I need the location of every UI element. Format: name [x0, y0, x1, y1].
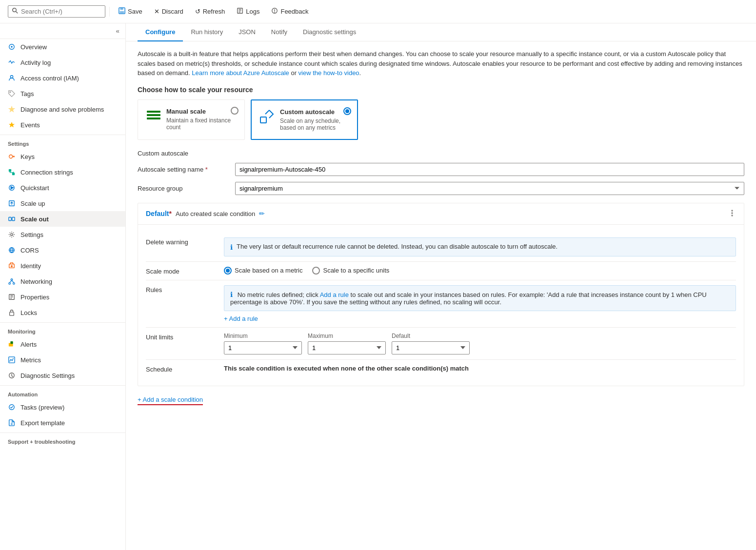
sidebar-item-keys[interactable]: Keys — [0, 149, 125, 164]
sidebar-item-locks[interactable]: Locks — [0, 305, 125, 320]
delete-warning-box: ℹ The very last or default recurrence ru… — [224, 237, 736, 256]
settings-icon — [8, 231, 16, 238]
learn-more-link[interactable]: Learn more about Azure Autoscale — [192, 69, 289, 77]
diagnose-icon — [8, 105, 16, 113]
minimum-select[interactable]: 1 — [224, 341, 302, 354]
tab-configure[interactable]: Configure — [138, 23, 183, 41]
default-limit-label: Default — [392, 333, 470, 339]
how-to-video-link[interactable]: view the how-to video — [298, 69, 359, 77]
unit-limits-group: Minimum 1 Maximum 1 — [224, 333, 736, 354]
autoscale-name-label: Autoscale setting name * — [138, 166, 235, 173]
sidebar-item-iam[interactable]: Access control (IAM) — [0, 70, 125, 86]
custom-autoscale-radio[interactable] — [343, 107, 351, 115]
sidebar-item-networking[interactable]: Networking — [0, 274, 125, 289]
collapse-sidebar-button[interactable]: « — [114, 25, 121, 37]
sidebar-item-tags[interactable]: Tags — [0, 86, 125, 101]
search-icon — [12, 8, 18, 15]
svg-rect-45 — [147, 118, 160, 119]
sidebar-item-label: Scale out — [20, 216, 49, 223]
unit-limits-label: Unit limits — [146, 333, 224, 341]
add-rule-link[interactable]: + Add a rule — [224, 315, 258, 322]
choose-scale-title: Choose how to scale your resource — [138, 86, 744, 94]
scale-metric-radio-circle[interactable] — [224, 267, 232, 275]
diagnostic-icon — [8, 372, 16, 379]
refresh-icon: ↺ — [195, 8, 200, 15]
logs-button[interactable]: Logs — [232, 5, 264, 18]
sidebar-item-quickstart[interactable]: Quickstart — [0, 180, 125, 196]
sidebar-item-activity-log[interactable]: Activity log — [0, 55, 125, 70]
search-box[interactable] — [8, 5, 105, 18]
events-icon — [8, 121, 16, 129]
sidebar-item-connection-strings[interactable]: Connection strings — [0, 164, 125, 180]
add-rule-link-inline[interactable]: Add a rule — [320, 291, 349, 298]
sidebar-item-diagnose[interactable]: Diagnose and solve problems — [0, 101, 125, 117]
scale-units-label: Scale to a specific units — [323, 267, 389, 274]
schedule-row: Schedule This scale condition is execute… — [146, 360, 736, 378]
scale-mode-content: Scale based on a metric Scale to a speci… — [224, 267, 736, 275]
svg-rect-44 — [147, 114, 160, 116]
description-text: Autoscale is a built-in feature that hel… — [138, 49, 744, 78]
svg-point-12 — [10, 76, 13, 78]
sidebar-item-label: Networking — [20, 278, 52, 285]
sidebar-item-label: Scale up — [20, 200, 45, 207]
default-item: Default 1 — [392, 333, 470, 354]
save-button[interactable]: Save — [114, 5, 147, 18]
sidebar-item-settings[interactable]: Settings — [0, 227, 125, 242]
condition-menu-icon[interactable] — [728, 209, 736, 218]
feedback-button[interactable]: Feedback — [266, 5, 313, 18]
cors-icon — [8, 246, 16, 254]
sidebar-item-tasks[interactable]: Tasks (preview) — [0, 399, 125, 415]
sidebar-item-properties[interactable]: Properties — [0, 289, 125, 305]
scale-metric-radio[interactable]: Scale based on a metric — [224, 267, 302, 275]
alerts-icon — [8, 340, 16, 348]
scale-units-radio-circle[interactable] — [312, 267, 320, 275]
sidebar-item-label: Quickstart — [20, 184, 49, 192]
svg-point-47 — [732, 210, 733, 211]
svg-point-14 — [9, 155, 13, 158]
sidebar-item-diagnostic-settings[interactable]: Diagnostic Settings — [0, 368, 125, 383]
minimum-item: Minimum 1 — [224, 333, 302, 354]
sidebar-item-overview[interactable]: Overview — [0, 39, 125, 55]
sidebar-item-cors[interactable]: CORS — [0, 242, 125, 258]
activity-icon — [8, 59, 16, 66]
rules-label: Rules — [146, 285, 224, 294]
sidebar-item-label: Events — [20, 121, 40, 129]
svg-rect-3 — [120, 8, 123, 10]
default-select[interactable]: 1 — [392, 341, 470, 354]
sidebar-item-events[interactable]: Events — [0, 117, 125, 133]
tab-run-history[interactable]: Run history — [183, 23, 231, 41]
sidebar-item-alerts[interactable]: Alerts — [0, 336, 125, 352]
connection-icon — [8, 168, 16, 176]
edit-condition-button[interactable]: ✏ — [259, 210, 265, 217]
sidebar-item-scale-out[interactable]: Scale out — [0, 211, 125, 227]
sidebar-item-scale-up[interactable]: Scale up — [0, 196, 125, 211]
locks-icon — [8, 309, 16, 316]
sidebar-item-metrics[interactable]: Metrics — [0, 352, 125, 368]
sidebar-item-export-template[interactable]: Export template — [0, 415, 125, 431]
autoscale-name-input[interactable] — [235, 163, 744, 176]
unit-limits-content: Minimum 1 Maximum 1 — [224, 333, 736, 354]
tab-notify[interactable]: Notify — [263, 23, 295, 41]
custom-autoscale-section-title: Custom autoscale — [138, 150, 744, 157]
scale-up-icon — [8, 199, 16, 207]
scale-units-radio[interactable]: Scale to a specific units — [312, 267, 389, 275]
tab-json[interactable]: JSON — [231, 23, 263, 41]
resource-group-select[interactable]: signalrpremium — [235, 182, 744, 195]
sidebar-item-identity[interactable]: Identity — [0, 258, 125, 274]
scale-out-icon — [8, 215, 16, 223]
custom-autoscale-option[interactable]: Custom autoscale Scale on any schedule, … — [251, 99, 358, 140]
search-input[interactable] — [21, 8, 89, 15]
discard-button[interactable]: ✕ Discard — [149, 5, 188, 18]
monitoring-section-header: Monitoring — [0, 322, 125, 336]
automation-section-header: Automation — [0, 385, 125, 399]
svg-rect-4 — [120, 11, 124, 13]
tab-diagnostic-settings[interactable]: Diagnostic settings — [295, 23, 364, 41]
manual-scale-radio[interactable] — [231, 107, 239, 115]
manual-scale-option[interactable]: Manual scale Maintain a fixed instance c… — [138, 99, 245, 140]
refresh-button[interactable]: ↺ Refresh — [190, 5, 230, 18]
condition-default-label: Default* — [146, 210, 172, 217]
svg-point-28 — [13, 283, 15, 285]
maximum-select[interactable]: 1 — [308, 341, 386, 354]
add-scale-condition-button[interactable]: + Add a scale condition — [138, 396, 203, 405]
discard-icon: ✕ — [154, 8, 159, 15]
